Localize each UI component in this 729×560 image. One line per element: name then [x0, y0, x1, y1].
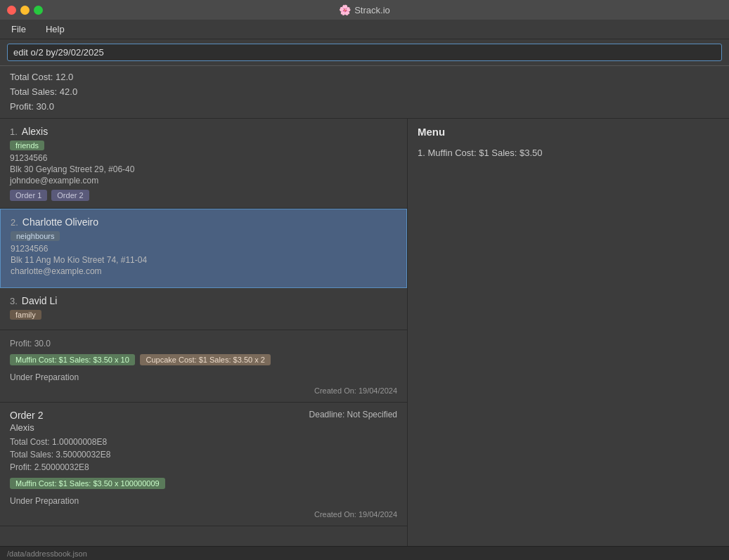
titlebar: 🌸 Strack.io	[0, 0, 729, 20]
contact-tag-2: neighbours	[11, 231, 60, 241]
order-section-profit: Profit: 30.0	[10, 337, 397, 350]
app-title: 🌸 Strack.io	[339, 4, 390, 15]
contact-address-2: Blk 11 Ang Mo Kio Street 74, #11-04	[11, 255, 396, 265]
total-cost: Total Cost: 12.0	[10, 70, 719, 85]
order2-badge-muffin: Muffin Cost: $1 Sales: $3.50 x 100000009	[10, 478, 165, 489]
order1-created: Created On: 19/04/2024	[10, 386, 397, 395]
menu-title: Menu	[418, 126, 719, 138]
app-title-text: Strack.io	[354, 5, 390, 15]
contact-number-3: 3.	[10, 296, 18, 306]
order-tag-1[interactable]: Order 1	[10, 190, 47, 201]
contact-orders-1: Order 1 Order 2	[10, 190, 397, 201]
contact-email-1: johndoe@example.com	[10, 176, 397, 185]
order2-created: Created On: 19/04/2024	[10, 510, 397, 519]
contact-address-1: Blk 30 Geylang Street 29, #06-40	[10, 164, 397, 174]
right-panel: Menu 1. Muffin Cost: $1 Sales: $3.50	[408, 119, 729, 551]
order-2-detail: Order 2 Deadline: Not Specified Alexis T…	[0, 403, 407, 526]
menu-help[interactable]: Help	[41, 22, 69, 36]
order2-deadline: Deadline: Not Specified	[309, 410, 397, 419]
contact-card-1[interactable]: 1. Alexis friends 91234566 Blk 30 Geylan…	[0, 119, 407, 209]
order-1-detail: Profit: 30.0 Muffin Cost: $1 Sales: $3.5…	[0, 330, 407, 403]
contact-name-2: Charlotte Oliveiro	[22, 216, 98, 228]
contact-header-1: 1. Alexis	[10, 126, 397, 137]
order1-badge-muffin: Muffin Cost: $1 Sales: $3.50 x 10	[10, 354, 135, 365]
contact-phone-2: 91234566	[11, 244, 396, 254]
summary-area: Total Cost: 12.0 Total Sales: 42.0 Profi…	[0, 66, 729, 119]
close-button[interactable]	[7, 6, 16, 15]
contact-number-2: 2.	[11, 217, 18, 228]
left-panel: 1. Alexis friends 91234566 Blk 30 Geylan…	[0, 119, 408, 551]
command-input[interactable]	[7, 44, 722, 61]
order2-total-sales: Total Sales: 3.50000032E8	[10, 448, 397, 461]
app-logo: 🌸	[339, 4, 351, 15]
order2-status: Under Preparation	[10, 496, 397, 506]
command-bar	[0, 39, 729, 66]
order2-profit: Profit: 2.50000032E8	[10, 461, 397, 474]
contact-tag-1: friends	[10, 141, 44, 150]
maximize-button[interactable]	[34, 6, 43, 15]
contact-header-3: 3. David Li	[10, 295, 397, 306]
minimize-button[interactable]	[20, 6, 30, 15]
menubar: File Help	[0, 20, 729, 39]
contact-header-2: 2. Charlotte Oliveiro	[11, 216, 396, 228]
contact-card-2[interactable]: 2. Charlotte Oliveiro neighbours 9123456…	[0, 209, 407, 288]
order2-title: Order 2	[10, 410, 43, 421]
order2-total-cost: Total Cost: 1.00000008E8	[10, 436, 397, 448]
window-controls[interactable]	[7, 6, 43, 15]
order2-customer: Alexis	[10, 422, 397, 433]
main-content: 1. Alexis friends 91234566 Blk 30 Geylan…	[0, 119, 729, 551]
total-sales: Total Sales: 42.0	[10, 85, 719, 100]
contact-card-3[interactable]: 3. David Li family	[0, 288, 407, 330]
statusbar-text: /data/addressbook.json	[7, 549, 87, 558]
menu-file[interactable]: File	[7, 22, 30, 36]
profit: Profit: 30.0	[10, 100, 719, 115]
order1-badge-cupcake: Cupcake Cost: $1 Sales: $3.50 x 2	[140, 354, 270, 365]
menu-item-1: 1. Muffin Cost: $1 Sales: $3.50	[418, 145, 719, 161]
contact-number-1: 1.	[10, 126, 18, 137]
contact-email-2: charlotte@example.com	[11, 266, 396, 276]
statusbar: /data/addressbook.json	[0, 546, 729, 560]
contact-name-3: David Li	[22, 295, 58, 306]
contact-name-1: Alexis	[22, 126, 48, 137]
order1-status: Under Preparation	[10, 372, 397, 382]
order-tag-2[interactable]: Order 2	[51, 190, 89, 201]
contact-tag-3: family	[10, 310, 41, 320]
contact-phone-1: 91234566	[10, 153, 397, 163]
